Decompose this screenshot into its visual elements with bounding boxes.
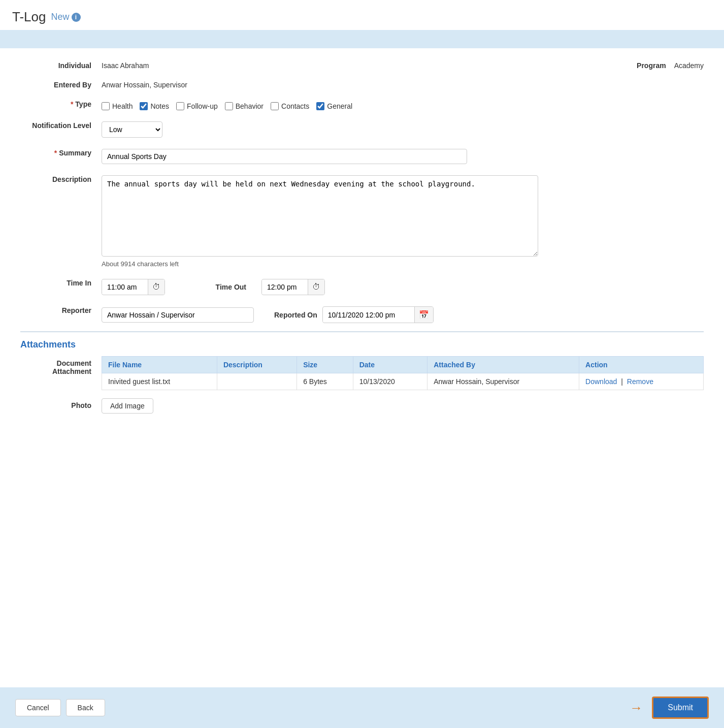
summary-row: * Summary [20, 146, 704, 164]
type-health[interactable]: Health [102, 102, 133, 110]
col-size: Size [297, 357, 353, 373]
attachments-section: Attachments DocumentAttachment File Name… [20, 339, 704, 430]
add-image-button[interactable]: Add Image [102, 398, 153, 414]
time-out-label: Time Out [206, 283, 256, 291]
type-label: * Type [20, 97, 102, 108]
description-row: Description The annual sports day will b… [20, 172, 704, 268]
col-attached-by: Attached By [427, 357, 579, 373]
description-textarea[interactable]: The annual sports day will be held on ne… [102, 175, 538, 257]
cell-date: 10/13/2020 [353, 373, 427, 390]
summary-label: * Summary [20, 146, 102, 157]
cell-action: Download | Remove [579, 373, 704, 390]
photo-label: Photo [20, 398, 102, 409]
individual-label: Individual [20, 58, 102, 70]
photo-row: Photo Add Image [20, 398, 704, 414]
type-general-checkbox[interactable] [316, 102, 324, 110]
entered-by-row: Entered By Anwar Hossain, Supervisor [20, 78, 704, 89]
back-button[interactable]: Back [66, 699, 105, 716]
footer-right: → Submit [630, 697, 709, 719]
type-general[interactable]: General [316, 102, 352, 110]
download-link[interactable]: Download [585, 377, 617, 386]
time-out-clock-icon[interactable]: ⏱ [308, 279, 324, 295]
individual-value: Isaac Abraham Program Academy [102, 58, 704, 70]
entered-by-value: Anwar Hossain, Supervisor [102, 78, 704, 89]
type-contacts[interactable]: Contacts [271, 102, 309, 110]
remove-link[interactable]: Remove [627, 377, 653, 386]
col-date: Date [353, 357, 427, 373]
notification-level-row: Notification Level Low Medium High [20, 118, 704, 138]
cell-description [217, 373, 297, 390]
type-notes-checkbox[interactable] [140, 102, 148, 110]
reported-on-input[interactable] [323, 308, 414, 322]
description-label: Description [20, 172, 102, 183]
time-in-wrapper: ⏱ [102, 279, 165, 295]
blue-bar [0, 30, 724, 48]
entered-by-label: Entered By [20, 78, 102, 89]
notification-level-select[interactable]: Low Medium High [102, 121, 162, 138]
type-behavior-checkbox[interactable] [225, 102, 233, 110]
time-row: Time In ⏱ Time Out ⏱ [20, 276, 704, 295]
form-section: Individual Isaac Abraham Program Academy… [0, 48, 724, 687]
cell-filename: Inivited guest list.txt [102, 373, 217, 390]
type-row: * Type Health Notes Follow-up Behavior [20, 97, 704, 110]
time-in-input[interactable] [102, 280, 148, 294]
info-icon[interactable]: i [72, 13, 81, 22]
document-attachment-row: DocumentAttachment File Name Description… [20, 356, 704, 390]
type-checkboxes: Health Notes Follow-up Behavior Contacts [102, 100, 704, 110]
section-divider [20, 331, 704, 332]
submit-arrow-icon: → [630, 700, 643, 716]
new-badge: New [51, 12, 70, 22]
cell-size: 6 Bytes [297, 373, 353, 390]
reporter-row: Reporter Reported On 📅 [20, 303, 704, 323]
table-row: Inivited guest list.txt 6 Bytes 10/13/20… [102, 373, 704, 390]
individual-text: Isaac Abraham [102, 61, 637, 70]
reported-on-wrapper: 📅 [322, 306, 434, 323]
time-out-input[interactable] [262, 280, 308, 294]
type-behavior[interactable]: Behavior [225, 102, 264, 110]
col-filename: File Name [102, 357, 217, 373]
attachments-title: Attachments [20, 339, 704, 350]
type-health-checkbox[interactable] [102, 102, 110, 110]
page-title: T-Log [12, 9, 46, 25]
type-notes[interactable]: Notes [140, 102, 169, 110]
chars-left: About 9914 characters left [102, 260, 704, 268]
action-separator: | [621, 377, 623, 386]
attachments-table: File Name Description Size Date Attached… [102, 356, 704, 390]
individual-row: Individual Isaac Abraham Program Academy [20, 58, 704, 70]
cancel-button[interactable]: Cancel [15, 699, 61, 716]
col-action: Action [579, 357, 704, 373]
cell-attached-by: Anwar Hossain, Supervisor [427, 373, 579, 390]
calendar-icon[interactable]: 📅 [414, 307, 433, 323]
time-in-clock-icon[interactable]: ⏱ [148, 279, 164, 295]
summary-input[interactable] [102, 149, 467, 164]
footer-left: Cancel Back [15, 699, 105, 716]
type-followup[interactable]: Follow-up [176, 102, 218, 110]
time-out-wrapper: ⏱ [261, 279, 325, 295]
col-description: Description [217, 357, 297, 373]
program-value: Academy [674, 61, 704, 70]
time-in-label: Time In [20, 276, 102, 287]
submit-button[interactable]: Submit [652, 697, 709, 719]
reported-on-label: Reported On [274, 311, 317, 319]
type-followup-checkbox[interactable] [176, 102, 184, 110]
footer-bar: Cancel Back → Submit [0, 687, 724, 728]
notification-level-label: Notification Level [20, 118, 102, 130]
reporter-label: Reporter [20, 303, 102, 314]
document-attachment-label: DocumentAttachment [20, 356, 102, 375]
program-label: Program [637, 61, 666, 70]
type-contacts-checkbox[interactable] [271, 102, 279, 110]
reporter-input[interactable] [102, 307, 254, 323]
